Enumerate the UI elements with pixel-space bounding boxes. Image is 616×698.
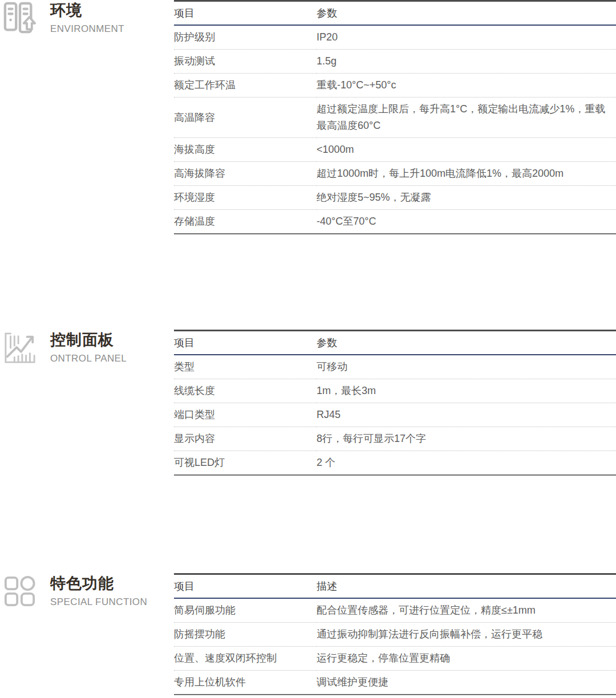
spec-value: 通过振动抑制算法进行反向振幅补偿，运行更平稳 [317, 623, 616, 647]
header-row: 项目参数 [174, 1, 616, 26]
spec-value: 重载-10°C~+50°c [317, 74, 616, 98]
spec-label: 端口类型 [174, 403, 317, 427]
spec-label: 显示内容 [174, 427, 317, 451]
table-row: 环境湿度绝对湿度5~95%，无凝露 [174, 186, 616, 210]
spec-value: 1m，最长3m [317, 379, 616, 403]
spec-value: 配合位置传感器，可进行位置定位，精度≤±1mm [317, 598, 616, 623]
spec-label: 高温降容 [174, 98, 317, 138]
table-row: 额定工作环温重载-10°C~+50°c [174, 74, 616, 98]
section-subtitle: ENVIRONMENT [50, 23, 170, 35]
spec-label: 额定工作环温 [174, 74, 317, 98]
spec-value: -40°C至70°C [317, 210, 616, 234]
column-header: 参数 [317, 331, 616, 355]
spec-value: 超过1000m时，每上升100m电流降低1%，最高2000m [317, 162, 616, 186]
spec-value: 1.5g [317, 50, 616, 74]
table-row: 线缆长度1m，最长3m [174, 379, 616, 403]
table-row: 可视LED灯2 个 [174, 451, 616, 476]
spec-page: 环境 ENVIRONMENT 项目参数 防护级别IP20振动测试1.5g额定工作… [0, 0, 616, 698]
spec-value: 运行更稳定，停靠位置更精确 [317, 647, 616, 671]
table-row: 振动测试1.5g [174, 50, 616, 74]
spec-value: <1000m [317, 138, 616, 162]
section-title: 特色功能 [50, 574, 170, 593]
spec-label: 简易伺服功能 [174, 598, 317, 623]
spec-value: 绝对湿度5~95%，无凝露 [317, 186, 616, 210]
shapes-grid-icon [3, 575, 37, 608]
table-row: 高海拔降容超过1000m时，每上升100m电流降低1%，最高2000m [174, 162, 616, 186]
spec-label: 线缆长度 [174, 379, 317, 403]
spec-value: 超过额定温度上限后，每升高1°C，额定输出电流减少1%，重载最高温度60°C [317, 98, 616, 138]
spec-table: 项目参数 防护级别IP20振动测试1.5g额定工作环温重载-10°C~+50°c… [174, 0, 616, 234]
column-header: 参数 [317, 1, 616, 26]
table-row: 海拔高度<1000m [174, 138, 616, 162]
section-titles: 特色功能 SPECIAL FUNCTION [50, 574, 170, 608]
table-row: 高温降容超过额定温度上限后，每升高1°C，额定输出电流减少1%，重载最高温度60… [174, 98, 616, 138]
spec-label: 位置、速度双闭环控制 [174, 647, 317, 671]
column-header: 项目 [174, 574, 317, 599]
table-row: 位置、速度双闭环控制运行更稳定，停靠位置更精确 [174, 647, 616, 671]
chart-trend-up-icon [3, 331, 37, 364]
section-subtitle: ONTROL PANEL [50, 353, 170, 364]
table-row: 专用上位机软件调试维护更便捷 [174, 671, 616, 695]
spec-value: 调试维护更便捷 [317, 671, 616, 695]
spec-label: 可视LED灯 [174, 451, 317, 476]
section-titles: 控制面板 ONTROL PANEL [50, 331, 170, 364]
table-row: 防摇摆功能通过振动抑制算法进行反向振幅补偿，运行更平稳 [174, 623, 616, 647]
spec-label: 高海拔降容 [174, 162, 317, 186]
spec-value: 2 个 [317, 451, 616, 476]
column-header: 项目 [174, 331, 317, 355]
column-header: 描述 [317, 574, 616, 599]
table-row: 防护级别IP20 [174, 25, 616, 50]
spec-label: 振动测试 [174, 50, 317, 74]
table-row: 简易伺服功能配合位置传感器，可进行位置定位，精度≤±1mm [174, 598, 616, 623]
table-row: 端口类型RJ45 [174, 403, 616, 427]
section-subtitle: SPECIAL FUNCTION [50, 596, 170, 608]
spec-table: 项目参数 类型可移动线缆长度1m，最长3m端口类型RJ45显示内容8行，每行可显… [174, 330, 616, 476]
section-title: 环境 [50, 1, 170, 19]
spec-label: 环境湿度 [174, 186, 317, 210]
table-row: 显示内容8行，每行可显示17个字 [174, 427, 616, 451]
table-row: 类型可移动 [174, 355, 616, 379]
spec-label: 类型 [174, 355, 317, 379]
section-title: 控制面板 [50, 331, 170, 349]
header-row: 项目描述 [174, 574, 616, 599]
spec-value: IP20 [317, 25, 616, 50]
spec-label: 存储温度 [174, 210, 317, 234]
column-header: 项目 [174, 1, 317, 26]
table-row: 存储温度-40°C至70°C [174, 210, 616, 234]
spec-value: 8行，每行可显示17个字 [317, 427, 616, 451]
section-titles: 环境 ENVIRONMENT [50, 1, 170, 35]
buildings-arrow-up-icon [3, 2, 37, 35]
spec-value: RJ45 [317, 403, 616, 427]
spec-label: 海拔高度 [174, 138, 317, 162]
spec-value: 可移动 [317, 355, 616, 379]
header-row: 项目参数 [174, 331, 616, 355]
spec-label: 防摇摆功能 [174, 623, 317, 647]
spec-label: 防护级别 [174, 25, 317, 50]
spec-label: 专用上位机软件 [174, 671, 317, 695]
spec-table: 项目描述 简易伺服功能配合位置传感器，可进行位置定位，精度≤±1mm防摇摆功能通… [174, 573, 616, 695]
